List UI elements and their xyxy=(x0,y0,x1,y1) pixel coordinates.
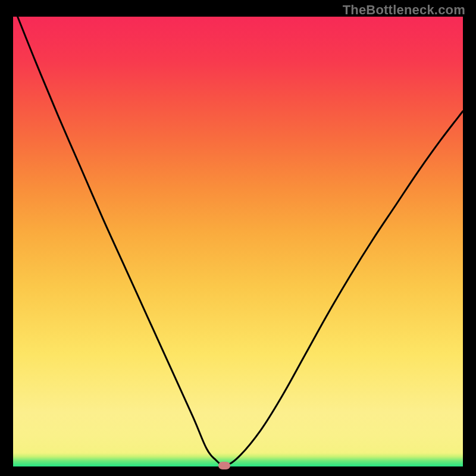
chart-container: TheBottleneck.com xyxy=(0,0,476,476)
watermark-label: TheBottleneck.com xyxy=(343,2,465,18)
optimal-point-marker xyxy=(218,462,230,469)
plot-area xyxy=(13,17,463,466)
bottleneck-curve-path xyxy=(18,17,463,465)
curve-svg xyxy=(13,17,463,466)
